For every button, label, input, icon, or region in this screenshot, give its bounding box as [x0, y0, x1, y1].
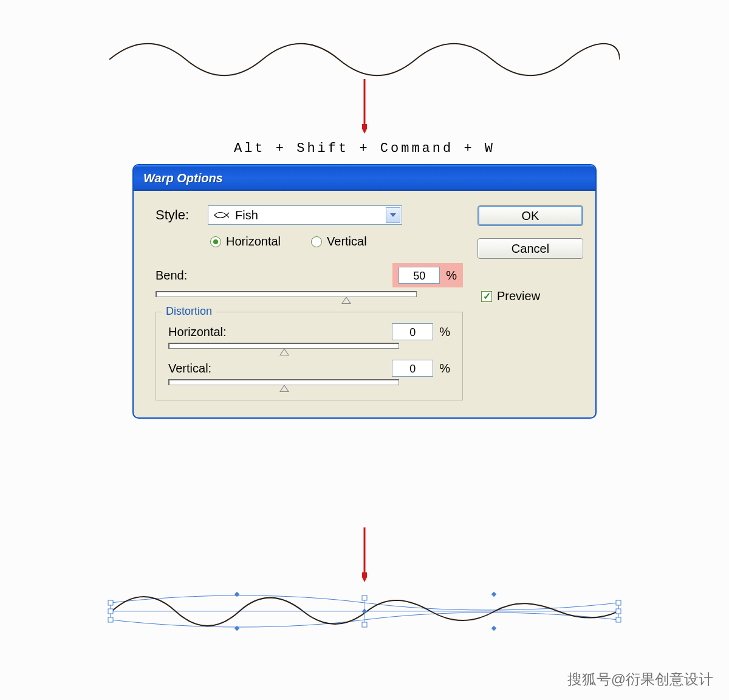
cancel-button-label: Cancel	[512, 242, 549, 256]
style-dropdown[interactable]: Fish	[208, 205, 402, 225]
distortion-group: Distortion Horizontal: 0 % Vertical: 0 %	[156, 312, 463, 400]
preview-checkbox[interactable]: ✓ Preview	[481, 289, 583, 303]
distortion-horizontal-label: Horizontal:	[168, 325, 227, 339]
checkbox-checked-icon: ✓	[481, 291, 492, 302]
preview-label: Preview	[497, 289, 540, 303]
svg-rect-14	[616, 617, 621, 622]
svg-rect-18	[491, 592, 496, 597]
vertical-radio-label: Vertical	[327, 235, 367, 249]
ok-button[interactable]: OK	[477, 205, 583, 226]
bend-slider[interactable]	[156, 291, 417, 297]
horizontal-radio-label: Horizontal	[226, 235, 281, 249]
radio-unchecked-icon	[311, 236, 322, 247]
radio-checked-icon	[210, 236, 221, 247]
fish-icon	[213, 210, 229, 220]
svg-rect-16	[362, 622, 367, 627]
distortion-horizontal-unit: %	[439, 325, 450, 339]
slider-thumb-icon[interactable]	[279, 348, 289, 355]
slider-thumb-icon[interactable]	[341, 297, 351, 304]
vertical-radio[interactable]: Vertical	[311, 235, 367, 249]
svg-marker-2	[390, 213, 396, 217]
svg-rect-21	[362, 609, 367, 614]
arrow-down-icon	[362, 527, 367, 582]
style-label: Style:	[156, 207, 198, 223]
svg-rect-17	[234, 592, 239, 597]
original-wave-path	[109, 41, 620, 78]
distortion-vertical-input[interactable]: 0	[392, 360, 433, 377]
svg-marker-4	[362, 572, 367, 582]
svg-rect-15	[362, 595, 367, 600]
svg-rect-9	[108, 600, 113, 605]
arrow-down-icon	[362, 79, 367, 134]
distortion-legend: Distortion	[162, 305, 216, 318]
dialog-title: Warp Options	[143, 171, 223, 185]
svg-marker-1	[362, 124, 367, 134]
svg-rect-20	[491, 626, 496, 631]
distortion-horizontal-slider[interactable]	[168, 343, 399, 349]
distortion-vertical-slider[interactable]	[168, 379, 399, 385]
svg-rect-19	[234, 626, 239, 631]
warp-options-dialog: Warp Options Style: Fish	[132, 164, 597, 419]
svg-rect-13	[616, 609, 621, 614]
horizontal-radio[interactable]: Horizontal	[210, 235, 281, 249]
ok-button-label: OK	[522, 209, 539, 223]
svg-rect-10	[108, 609, 113, 614]
cancel-button[interactable]: Cancel	[477, 238, 583, 259]
bend-value-highlight: 50 %	[392, 263, 463, 287]
watermark: 搜狐号@衍果创意设计	[567, 670, 713, 689]
svg-rect-11	[108, 617, 113, 622]
svg-rect-12	[616, 600, 621, 605]
slider-thumb-icon[interactable]	[279, 385, 289, 392]
distortion-vertical-label: Vertical:	[168, 362, 211, 376]
bend-unit: %	[446, 269, 457, 283]
bend-input[interactable]: 50	[399, 267, 440, 284]
distortion-vertical-unit: %	[439, 362, 450, 376]
chevron-down-icon	[386, 207, 400, 223]
warped-result-path	[106, 591, 623, 632]
style-value: Fish	[235, 208, 258, 222]
dialog-titlebar[interactable]: Warp Options	[134, 165, 595, 191]
distortion-horizontal-input[interactable]: 0	[392, 323, 433, 340]
keyboard-shortcut: Alt + Shift + Command + W	[0, 141, 729, 156]
bend-label: Bend:	[156, 269, 187, 283]
